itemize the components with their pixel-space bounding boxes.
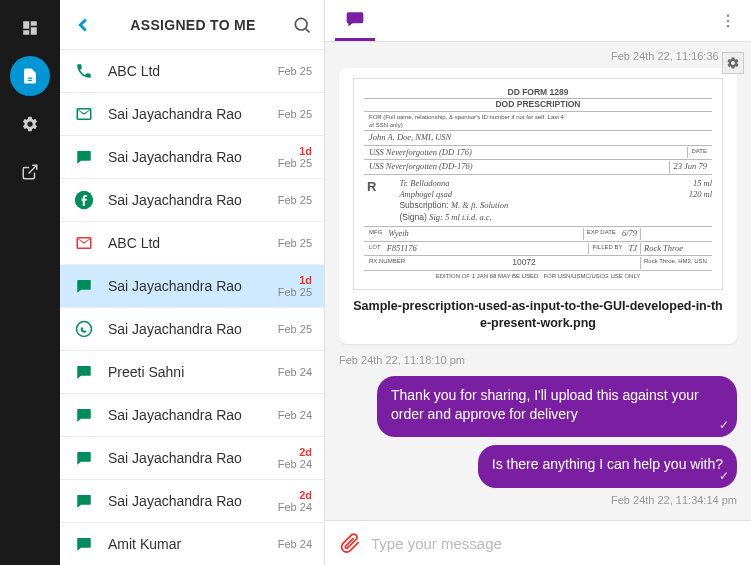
message-bubble-out[interactable]: Thank you for sharing, I'll upload this … — [377, 376, 737, 438]
conversation-meta: 1dFeb 25 — [278, 145, 312, 169]
message-row: Thank you for sharing, I'll upload this … — [339, 376, 737, 438]
conversation-name: Sai Jayachandra Rao — [108, 407, 278, 423]
message-text: Is there anything I can help you with? — [492, 456, 723, 472]
svg-rect-3 — [23, 30, 29, 35]
chat-pane: Feb 24th 22, 11:16:36 pm DD FORM 1289 DO… — [325, 0, 751, 565]
conversation-meta: Feb 24 — [278, 366, 312, 378]
conversation-name: ABC Ltd — [108, 63, 278, 79]
conversation-date: Feb 24 — [278, 409, 312, 421]
conversation-date: Feb 25 — [278, 65, 312, 77]
conversation-meta: Feb 24 — [278, 538, 312, 550]
conversation-date: Feb 25 — [278, 157, 312, 169]
conversation-item[interactable]: Sai Jayachandra Rao2dFeb 24 — [60, 480, 324, 523]
chat-body: Feb 24th 22, 11:16:36 pm DD FORM 1289 DO… — [325, 42, 751, 520]
timestamp: Feb 24th 22, 11:34:14 pm — [339, 494, 737, 506]
conversation-name: Sai Jayachandra Rao — [108, 321, 278, 337]
conversation-date: Feb 25 — [278, 323, 312, 335]
conversation-meta: 1dFeb 25 — [278, 274, 312, 298]
svg-rect-0 — [23, 21, 29, 29]
search-button[interactable] — [288, 11, 316, 39]
conversation-date: Feb 25 — [278, 237, 312, 249]
conversation-item[interactable]: Sai Jayachandra RaoFeb 25 — [60, 179, 324, 222]
conversation-date: Feb 25 — [278, 286, 312, 298]
conversation-item[interactable]: Preeti SahniFeb 24 — [60, 351, 324, 394]
conversation-item[interactable]: Amit KumarFeb 24 — [60, 523, 324, 565]
conversation-name: Sai Jayachandra Rao — [108, 106, 278, 122]
conversation-date: Feb 24 — [278, 458, 312, 470]
conversation-name: Sai Jayachandra Rao — [108, 192, 278, 208]
chat-settings-button[interactable] — [722, 52, 744, 74]
check-icon: ✓ — [719, 468, 729, 484]
email-icon — [72, 231, 96, 255]
chevron-left-icon — [72, 14, 94, 36]
message-text: Thank you for sharing, I'll upload this … — [391, 387, 699, 422]
sms-icon — [72, 274, 96, 298]
attachment-filename: Sample-prescription-used-as-input-to-the… — [353, 298, 723, 332]
conversation-item[interactable]: ABC LtdFeb 25 — [60, 222, 324, 265]
conversation-meta: Feb 25 — [278, 237, 312, 249]
svg-point-7 — [77, 322, 92, 337]
gear-small-icon — [726, 56, 740, 70]
message-row: Is there anything I can help you with? ✓ — [339, 445, 737, 488]
conversation-meta: Feb 25 — [278, 65, 312, 77]
conversation-item[interactable]: Sai Jayachandra RaoFeb 25 — [60, 93, 324, 136]
age-badge: 2d — [299, 446, 312, 458]
conversation-meta: Feb 24 — [278, 409, 312, 421]
paperclip-icon — [339, 532, 361, 554]
open-external-icon — [21, 163, 39, 181]
doc-icon — [21, 67, 39, 85]
inbox-nav[interactable] — [10, 56, 50, 96]
conversation-date: Feb 25 — [278, 108, 312, 120]
whatsapp-icon — [72, 317, 96, 341]
check-icon: ✓ — [719, 417, 729, 433]
conversation-name: Preeti Sahni — [108, 364, 278, 380]
conversation-item[interactable]: Sai Jayachandra Rao1dFeb 25 — [60, 136, 324, 179]
chat-tab[interactable] — [335, 0, 375, 41]
conversation-item[interactable]: Sai Jayachandra RaoFeb 25 — [60, 308, 324, 351]
attach-button[interactable] — [339, 532, 361, 554]
timestamp: Feb 24th 22, 11:18:10 pm — [339, 354, 737, 366]
conversation-item[interactable]: ABC LtdFeb 25 — [60, 50, 324, 93]
chat-more-button[interactable] — [715, 8, 741, 34]
external-nav[interactable] — [10, 152, 50, 192]
kebab-icon — [719, 12, 737, 30]
conversation-date: Feb 24 — [278, 366, 312, 378]
settings-nav[interactable] — [10, 104, 50, 144]
conversation-name: Sai Jayachandra Rao — [108, 278, 278, 294]
age-badge: 1d — [299, 145, 312, 157]
search-icon — [292, 15, 312, 35]
sms-icon — [72, 489, 96, 513]
sms-icon — [72, 145, 96, 169]
speech-icon — [345, 9, 365, 29]
age-badge: 2d — [299, 489, 312, 501]
timestamp: Feb 24th 22, 11:16:36 pm — [339, 50, 737, 62]
conversation-name: Sai Jayachandra Rao — [108, 493, 278, 509]
svg-line-5 — [306, 28, 310, 32]
attachment-card[interactable]: DD FORM 1289 DOD PRESCRIPTION FOR (Full … — [339, 68, 737, 344]
conversation-item[interactable]: Sai Jayachandra RaoFeb 24 — [60, 394, 324, 437]
conversation-name: ABC Ltd — [108, 235, 278, 251]
conversation-meta: Feb 25 — [278, 108, 312, 120]
sms-icon — [72, 360, 96, 384]
conversation-item[interactable]: Sai Jayachandra Rao1dFeb 25 — [60, 265, 324, 308]
chat-toolbar — [325, 0, 751, 42]
grid-icon — [21, 19, 39, 37]
conversation-name: Amit Kumar — [108, 536, 278, 552]
dashboard-nav[interactable] — [10, 8, 50, 48]
panel-title: ASSIGNED TO ME — [98, 17, 288, 33]
message-bubble-out[interactable]: Is there anything I can help you with? ✓ — [478, 445, 737, 488]
svg-rect-1 — [31, 21, 37, 26]
back-button[interactable] — [68, 10, 98, 40]
svg-point-9 — [727, 19, 729, 21]
nav-rail — [0, 0, 60, 565]
sms-icon — [72, 446, 96, 470]
svg-rect-2 — [31, 27, 37, 35]
conversation-meta: Feb 25 — [278, 323, 312, 335]
conversation-date: Feb 24 — [278, 501, 312, 513]
email-icon — [72, 102, 96, 126]
facebook-icon — [72, 188, 96, 212]
conversation-name: Sai Jayachandra Rao — [108, 450, 278, 466]
compose-input[interactable] — [371, 535, 737, 552]
conversation-item[interactable]: Sai Jayachandra Rao2dFeb 24 — [60, 437, 324, 480]
conversation-meta: 2dFeb 24 — [278, 489, 312, 513]
